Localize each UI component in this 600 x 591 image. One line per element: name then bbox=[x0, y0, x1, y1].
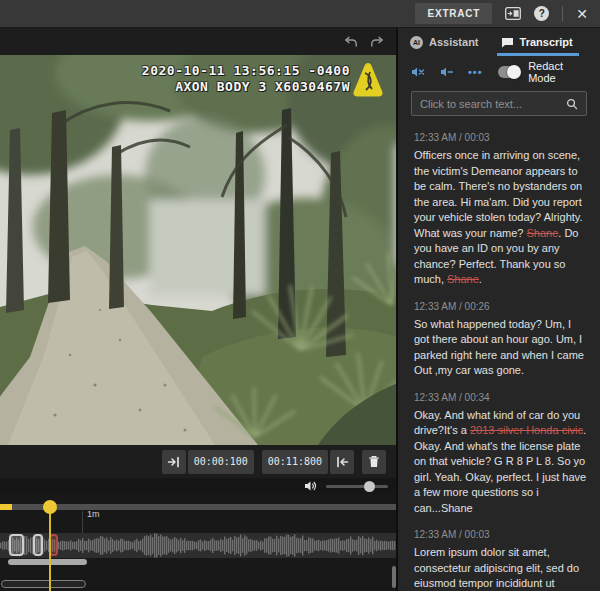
timeline-vertical-scrollbar[interactable] bbox=[392, 566, 396, 588]
trim-start-field[interactable]: 00:00:100 bbox=[188, 450, 254, 474]
chat-bubble-icon bbox=[501, 37, 514, 48]
transcript-entry[interactable]: 12:33 AM / 00:34Okay. And what kind of c… bbox=[414, 392, 587, 517]
transcript-text: So what happened today? Um, I got there … bbox=[414, 317, 587, 379]
transcript-timestamp: 12:33 AM / 00:34 bbox=[414, 392, 587, 403]
transcript-timestamp: 12:33 AM / 00:03 bbox=[414, 132, 587, 143]
redaction-studio-window: EXTRACT ? ✕ bbox=[0, 0, 600, 591]
undo-icon bbox=[344, 36, 358, 48]
overlay-camera-id: AXON BODY 3 X6030467W bbox=[142, 79, 350, 95]
redo-icon bbox=[370, 36, 384, 48]
tab-assistant-label: Assistant bbox=[429, 36, 479, 48]
volume-slider[interactable] bbox=[326, 485, 388, 488]
video-panel: 2020-10-11 13:56:15 -0400 AXON BODY 3 X6… bbox=[0, 28, 398, 591]
tab-assistant[interactable]: AI Assistant bbox=[410, 28, 479, 56]
playhead-line bbox=[49, 504, 51, 591]
overlay-timestamp: 2020-10-11 13:56:15 -0400 bbox=[142, 63, 350, 79]
video-toolbar bbox=[0, 28, 396, 55]
skip-to-start-icon bbox=[167, 456, 180, 468]
transcript-text: Okay. And what kind of car do you drive?… bbox=[414, 408, 587, 517]
speaker-mute-icon bbox=[411, 66, 425, 78]
search-input[interactable] bbox=[420, 98, 560, 110]
trim-controls: 00:00:100 00:11:800 bbox=[0, 445, 396, 478]
redo-button[interactable] bbox=[370, 36, 384, 48]
transcript-text: Lorem ipsum dolor sit amet, consectetur … bbox=[414, 545, 587, 591]
help-icon: ? bbox=[534, 6, 549, 21]
delete-clip-button[interactable] bbox=[362, 450, 386, 474]
timeline-horizontal-scrollbar[interactable] bbox=[1, 580, 86, 588]
playhead-handle[interactable] bbox=[43, 500, 57, 514]
redacted-text: Shane bbox=[447, 273, 479, 285]
assistant-ai-icon: AI bbox=[410, 36, 423, 49]
ruler-label: 1m bbox=[87, 509, 100, 519]
toggle-knob bbox=[507, 65, 521, 79]
axon-logo-icon bbox=[352, 61, 384, 99]
tab-transcript[interactable]: Transcript bbox=[501, 28, 573, 56]
redaction-marker[interactable] bbox=[9, 534, 24, 556]
main-area: 2020-10-11 13:56:15 -0400 AXON BODY 3 X6… bbox=[0, 28, 600, 591]
ruler-tick bbox=[82, 511, 83, 533]
speaker-minus-icon bbox=[440, 66, 453, 78]
video-player[interactable]: 2020-10-11 13:56:15 -0400 AXON BODY 3 X6… bbox=[0, 55, 396, 445]
mute-audio-button[interactable] bbox=[411, 66, 425, 78]
volume-knob[interactable] bbox=[364, 481, 375, 492]
popout-panel-icon bbox=[505, 7, 521, 20]
waveform-track[interactable] bbox=[0, 533, 396, 558]
trim-end-field[interactable]: 00:11:800 bbox=[262, 450, 328, 474]
volume-row bbox=[0, 478, 396, 494]
top-bar: EXTRACT ? ✕ bbox=[0, 0, 600, 28]
tab-transcript-label: Transcript bbox=[520, 36, 573, 48]
bodycam-footage bbox=[0, 55, 396, 445]
more-options-button[interactable]: ••• bbox=[468, 67, 483, 77]
popout-panel-button[interactable] bbox=[505, 7, 521, 20]
lower-audio-button[interactable] bbox=[440, 66, 453, 78]
speaker-icon bbox=[304, 480, 317, 492]
transcript-entry[interactable]: 12:33 AM / 00:26So what happened today? … bbox=[414, 301, 587, 379]
waveform bbox=[0, 533, 396, 558]
redact-mode-label: Redact Mode bbox=[528, 60, 587, 84]
search-icon[interactable] bbox=[566, 98, 578, 110]
volume-button[interactable] bbox=[304, 480, 317, 492]
timeline: 1m bbox=[0, 494, 396, 591]
close-button[interactable]: ✕ bbox=[576, 7, 588, 21]
panel-tabs: AI Assistant Transcript bbox=[398, 28, 600, 56]
undo-button[interactable] bbox=[344, 36, 358, 48]
transcript-text: Officers once in arriving on scene, the … bbox=[414, 148, 587, 288]
skip-to-end-icon bbox=[336, 456, 349, 468]
transcript-list: 12:33 AM / 00:03Officers once in arrivin… bbox=[398, 125, 600, 591]
transcript-search bbox=[411, 91, 587, 116]
help-button[interactable]: ? bbox=[534, 6, 549, 21]
transcript-toolbar: ••• Redact Mode bbox=[398, 56, 600, 88]
transcript-entry[interactable]: 12:33 AM / 00:03Lorem ipsum dolor sit am… bbox=[414, 529, 587, 591]
transcript-entry[interactable]: 12:33 AM / 00:03Officers once in arrivin… bbox=[414, 132, 587, 288]
redacted-text: Shane bbox=[527, 227, 559, 239]
transcript-panel: AI Assistant Transcript bbox=[398, 28, 600, 591]
redacted-text: 2013 silver Honda civic bbox=[470, 424, 583, 436]
video-overlay-text: 2020-10-11 13:56:15 -0400 AXON BODY 3 X6… bbox=[142, 63, 350, 95]
redact-mode-control: Redact Mode bbox=[498, 60, 587, 84]
set-start-button[interactable] bbox=[162, 450, 186, 474]
redact-mode-toggle[interactable] bbox=[498, 66, 520, 78]
redaction-marker[interactable] bbox=[33, 534, 43, 556]
trash-icon bbox=[368, 455, 380, 468]
transcript-timestamp: 12:33 AM / 00:26 bbox=[414, 301, 587, 312]
extract-button[interactable]: EXTRACT bbox=[415, 3, 492, 24]
transcript-timestamp: 12:33 AM / 00:03 bbox=[414, 529, 587, 540]
clip-segment-bar[interactable] bbox=[8, 559, 87, 565]
scrub-selection[interactable] bbox=[0, 504, 12, 510]
topbar-divider bbox=[562, 6, 563, 21]
scrub-bar[interactable] bbox=[0, 504, 396, 510]
set-end-button[interactable] bbox=[330, 450, 354, 474]
